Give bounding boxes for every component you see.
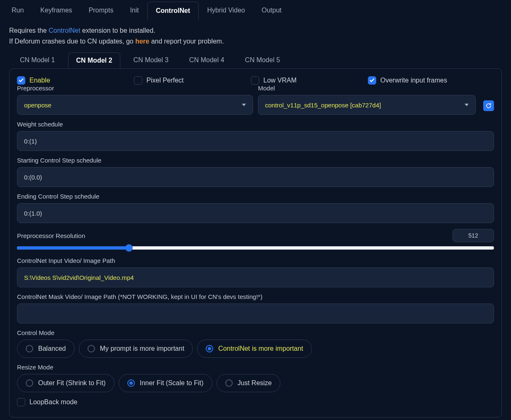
input-path-input[interactable]: S:\Videos S\vid2vid\Original_Video.mp4 — [17, 267, 494, 287]
pixel-perfect-label: Pixel Perfect — [146, 77, 184, 84]
tab-hybrid-video[interactable]: Hybrid Video — [199, 2, 253, 19]
cn-model-tabs: CN Model 1 CN Model 2 CN Model 3 CN Mode… — [3, 50, 508, 68]
ending-step-label: Ending Control Step schedule — [17, 193, 494, 200]
slider-thumb[interactable] — [125, 244, 133, 252]
resize-mode-inner[interactable]: Inner Fit (Scale to Fit) — [119, 374, 212, 392]
model-label: Model — [258, 85, 476, 92]
refresh-icon — [485, 102, 492, 109]
radio-icon — [206, 345, 213, 352]
ending-step-input[interactable]: 0:(1.0) — [17, 203, 494, 223]
loopback-checkbox[interactable] — [17, 398, 25, 406]
refresh-button[interactable] — [483, 100, 494, 111]
info-text: and report your problem. — [149, 38, 224, 45]
info-text: extension to be installed. — [80, 27, 156, 34]
tab-run[interactable]: Run — [3, 2, 32, 19]
input-path-label: ControlNet Input Video/ Image Path — [17, 257, 494, 264]
tab-cn-model-1[interactable]: CN Model 1 — [12, 52, 62, 68]
control-mode-balanced[interactable]: Balanced — [17, 340, 75, 358]
slider-fill — [17, 246, 129, 250]
tab-init[interactable]: Init — [122, 2, 147, 19]
model-select[interactable]: control_v11p_sd15_openpose [cab727d4] — [258, 95, 476, 115]
enable-label: Enable — [29, 77, 50, 84]
preprocessor-select[interactable]: openpose — [17, 95, 253, 115]
mask-path-input[interactable] — [17, 303, 494, 323]
radio-icon — [127, 379, 135, 387]
info-text: Requires the — [9, 27, 49, 34]
model-value: control_v11p_sd15_openpose [cab727d4] — [265, 102, 381, 109]
control-mode-prompt[interactable]: My prompt is more important — [79, 340, 193, 358]
info-text: If Deforum crashes due to CN updates, go — [9, 38, 135, 45]
radio-label: Just Resize — [238, 379, 272, 387]
radio-icon — [88, 345, 95, 352]
preprocessor-value: openpose — [24, 102, 51, 109]
overwrite-label: Overwrite input frames — [380, 77, 447, 84]
radio-icon — [225, 379, 233, 387]
tab-cn-model-2[interactable]: CN Model 2 — [68, 52, 120, 68]
mask-path-label: ControlNet Mask Video/ Image Path (*NOT … — [17, 293, 494, 300]
controlnet-link[interactable]: ControlNet — [49, 27, 80, 34]
tab-cn-model-5[interactable]: CN Model 5 — [238, 52, 287, 68]
resolution-value[interactable]: 512 — [453, 229, 494, 242]
cn-model-panel: Enable Pixel Perfect Low VRAM Overwrite … — [9, 68, 502, 418]
chevron-down-icon — [465, 104, 469, 106]
control-mode-controlnet[interactable]: ControlNet is more important — [197, 340, 312, 358]
checkbox-row: Enable Pixel Perfect Low VRAM Overwrite … — [17, 76, 494, 85]
tab-controlnet[interactable]: ControlNet — [147, 2, 199, 19]
low-vram-label: Low VRAM — [263, 77, 297, 84]
top-tabs: Run Keyframes Prompts Init ControlNet Hy… — [3, 0, 508, 19]
tab-cn-model-4[interactable]: CN Model 4 — [182, 52, 231, 68]
chevron-down-icon — [242, 104, 246, 106]
resize-mode-just[interactable]: Just Resize — [217, 374, 281, 392]
radio-label: Outer Fit (Shrink to Fit) — [38, 379, 106, 387]
enable-checkbox[interactable] — [17, 76, 25, 85]
resize-mode-outer[interactable]: Outer Fit (Shrink to Fit) — [17, 374, 114, 392]
resolution-label: Preprocessor Resolution — [17, 232, 85, 239]
weight-schedule-input[interactable]: 0:(1) — [17, 131, 494, 151]
overwrite-checkbox[interactable] — [368, 76, 376, 85]
tab-output[interactable]: Output — [253, 2, 290, 19]
starting-step-input[interactable]: 0:(0.0) — [17, 167, 494, 187]
radio-label: My prompt is more important — [100, 345, 185, 352]
control-mode-label: Control Mode — [17, 329, 494, 336]
radio-label: ControlNet is more important — [218, 345, 303, 352]
weight-schedule-label: Weight schedule — [17, 121, 494, 128]
preprocessor-label: Preprocessor — [17, 85, 253, 92]
radio-label: Balanced — [38, 345, 66, 352]
resize-mode-label: Resize Mode — [17, 364, 494, 371]
radio-label: Inner Fit (Scale to Fit) — [140, 379, 204, 387]
loopback-label: LoopBack mode — [29, 398, 78, 406]
tab-cn-model-3[interactable]: CN Model 3 — [126, 52, 176, 68]
tab-keyframes[interactable]: Keyframes — [32, 2, 80, 19]
radio-icon — [26, 345, 33, 352]
starting-step-label: Starting Control Step schedule — [17, 157, 494, 164]
resolution-slider[interactable] — [17, 246, 494, 250]
low-vram-checkbox[interactable] — [251, 76, 259, 85]
info-block: Requires the ControlNet extension to be … — [3, 19, 508, 50]
pixel-perfect-checkbox[interactable] — [134, 76, 142, 85]
radio-icon — [26, 379, 33, 387]
tab-prompts[interactable]: Prompts — [80, 2, 122, 19]
here-link[interactable]: here — [135, 38, 149, 45]
